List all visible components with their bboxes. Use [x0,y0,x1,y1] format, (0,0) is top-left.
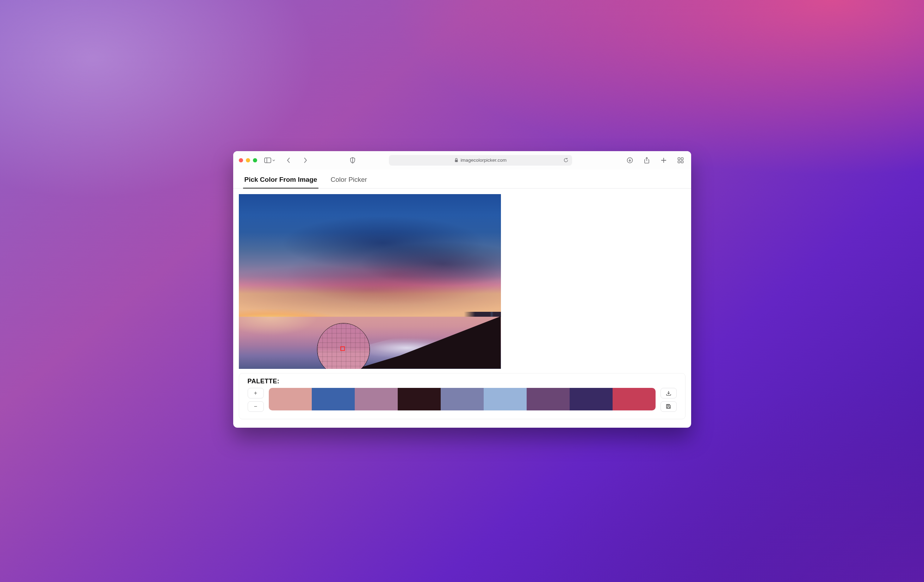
palette-swatch-7[interactable] [526,388,569,411]
palette-swatches [269,388,655,411]
color-pick-image[interactable] [239,194,501,369]
address-bar[interactable]: imagecolorpicker.com [389,155,572,166]
address-text: imagecolorpicker.com [460,157,507,163]
palette-title: PALETTE: [248,378,677,385]
svg-rect-14 [668,407,670,409]
safari-window: imagecolorpicker.com [233,151,691,428]
window-controls [239,158,257,162]
palette-swatch-8[interactable] [569,388,612,411]
tab-picker[interactable]: Color Picker [329,174,368,188]
palette-download-button[interactable] [660,388,677,399]
svg-rect-12 [681,161,683,163]
palette-swatch-9[interactable] [612,388,655,411]
browser-toolbar: imagecolorpicker.com [233,151,691,170]
reload-button[interactable] [563,157,569,163]
page-content: PALETTE: + − [233,188,691,428]
palette-swatch-1[interactable] [269,388,312,411]
privacy-shield-button[interactable] [348,156,357,165]
sidebar-toggle-button[interactable] [264,157,276,163]
minimize-window-button[interactable] [246,158,250,162]
palette-panel: PALETTE: + − [239,373,685,419]
svg-rect-3 [455,160,458,162]
tab-overview-button[interactable] [676,156,685,165]
tab-pick[interactable]: Pick Color From Image [243,174,319,188]
svg-rect-15 [668,404,669,406]
forward-button[interactable] [301,156,310,165]
share-button[interactable] [642,156,651,165]
palette-save-button[interactable] [660,401,677,412]
palette-swatch-4[interactable] [398,388,441,411]
page-tabs: Pick Color From ImageColor Picker [233,170,691,188]
palette-swatch-5[interactable] [441,388,483,411]
palette-swatch-3[interactable] [355,388,398,411]
palette-swatch-2[interactable] [312,388,355,411]
save-icon [666,404,671,409]
chevron-down-icon [272,158,276,162]
downloads-button[interactable] [625,156,634,165]
palette-swatch-6[interactable] [483,388,526,411]
fullscreen-window-button[interactable] [253,158,257,162]
new-tab-button[interactable] [659,156,668,165]
palette-add-button[interactable]: + [248,388,264,399]
loupe-target-pixel [340,346,345,351]
close-window-button[interactable] [239,158,243,162]
svg-rect-11 [678,161,680,163]
svg-rect-0 [264,158,271,163]
back-button[interactable] [284,156,293,165]
svg-rect-9 [678,157,680,160]
palette-remove-button[interactable]: − [248,401,264,412]
lock-icon [454,158,458,162]
svg-rect-10 [681,157,683,160]
download-icon [666,390,672,396]
